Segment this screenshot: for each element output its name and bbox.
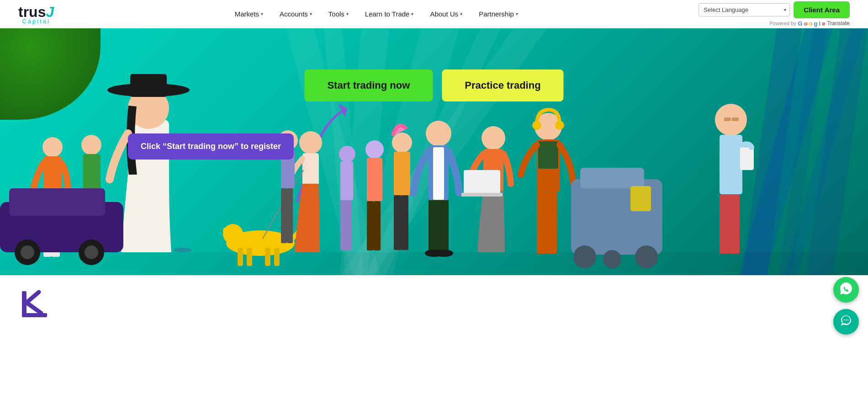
practice-trading-button[interactable]: Practice trading xyxy=(442,69,563,101)
footer-logo[interactable] xyxy=(18,287,50,319)
nav-partnership[interactable]: Partnership ▾ xyxy=(471,0,526,28)
svg-rect-72 xyxy=(740,147,754,170)
svg-rect-33 xyxy=(287,188,293,243)
svg-point-34 xyxy=(339,146,355,162)
svg-point-57 xyxy=(555,121,564,130)
svg-point-1 xyxy=(174,248,192,252)
svg-point-6 xyxy=(42,137,63,157)
svg-rect-59 xyxy=(538,141,558,169)
svg-rect-81 xyxy=(22,313,47,317)
svg-point-38 xyxy=(365,140,384,159)
chevron-down-icon: ▾ xyxy=(346,11,349,16)
svg-point-10 xyxy=(81,135,101,155)
hero-section: Start trading now Practice trading Click… xyxy=(0,28,868,275)
svg-rect-5 xyxy=(130,74,167,97)
svg-line-80 xyxy=(26,303,41,313)
footer-logo-icon xyxy=(18,287,50,319)
svg-rect-37 xyxy=(346,200,351,250)
start-trading-button[interactable]: Start trading now xyxy=(304,69,433,101)
nav-about-us[interactable]: About Us ▾ xyxy=(422,0,471,28)
language-select[interactable]: Select Language xyxy=(699,3,790,16)
svg-point-51 xyxy=(482,126,505,150)
svg-rect-54 xyxy=(461,193,503,197)
whatsapp-button[interactable] xyxy=(833,277,859,303)
svg-point-83 xyxy=(846,319,847,320)
svg-rect-70 xyxy=(720,194,730,254)
svg-rect-73 xyxy=(724,117,731,121)
svg-rect-48 xyxy=(433,147,444,200)
svg-rect-26 xyxy=(265,248,270,266)
svg-rect-64 xyxy=(630,186,651,211)
chat-icon xyxy=(840,314,852,329)
svg-rect-61 xyxy=(547,192,557,254)
svg-rect-45 xyxy=(401,195,408,250)
footer-strip xyxy=(0,275,868,330)
svg-rect-41 xyxy=(374,201,381,250)
svg-point-50 xyxy=(435,250,453,257)
whatsapp-icon xyxy=(839,282,853,298)
logo[interactable]: trus J Capital xyxy=(18,4,54,25)
logo-capital: Capital xyxy=(22,18,50,25)
svg-rect-71 xyxy=(730,194,740,254)
svg-marker-20 xyxy=(338,104,347,117)
svg-rect-43 xyxy=(394,152,410,195)
svg-rect-69 xyxy=(720,135,742,194)
svg-rect-35 xyxy=(340,161,353,200)
svg-line-79 xyxy=(26,292,39,303)
svg-point-82 xyxy=(844,319,845,320)
chevron-down-icon: ▾ xyxy=(310,11,312,16)
svg-point-22 xyxy=(223,224,243,244)
svg-point-23 xyxy=(223,227,234,234)
hero-tooltip: Click “Start trading now” to register xyxy=(128,133,294,160)
chevron-down-icon: ▾ xyxy=(411,11,413,16)
svg-rect-24 xyxy=(238,248,243,266)
svg-rect-74 xyxy=(732,117,739,121)
svg-point-84 xyxy=(847,319,848,320)
client-area-button[interactable]: Client Area xyxy=(794,1,850,18)
svg-rect-27 xyxy=(274,248,280,266)
svg-rect-63 xyxy=(580,168,644,188)
svg-rect-44 xyxy=(394,195,401,250)
svg-point-66 xyxy=(603,250,621,268)
svg-point-65 xyxy=(573,245,596,268)
chevron-down-icon: ▾ xyxy=(516,11,518,16)
nav-learn-to-trade[interactable]: Learn to Trade ▾ xyxy=(357,0,422,28)
svg-rect-53 xyxy=(464,170,500,195)
powered-by-text: Powered by xyxy=(769,21,796,26)
svg-point-46 xyxy=(426,121,451,146)
chevron-down-icon: ▾ xyxy=(261,11,263,16)
main-nav: Markets ▾ Accounts ▾ Tools ▾ Learn to Tr… xyxy=(227,0,526,28)
svg-rect-32 xyxy=(281,188,287,243)
nav-accounts[interactable]: Accounts ▾ xyxy=(271,0,320,28)
svg-rect-25 xyxy=(247,248,252,266)
google-translate-badge: Google xyxy=(798,20,826,27)
svg-rect-36 xyxy=(340,200,346,250)
nav-markets[interactable]: Markets ▾ xyxy=(227,0,271,28)
svg-point-28 xyxy=(299,131,322,154)
svg-rect-39 xyxy=(367,158,382,201)
header-right: Select Language ▾ Client Area Powered by… xyxy=(699,1,850,27)
chevron-down-icon: ▾ xyxy=(460,11,462,16)
svg-rect-60 xyxy=(537,192,547,254)
translate-label: Translate xyxy=(827,20,850,27)
nav-tools[interactable]: Tools ▾ xyxy=(320,0,357,28)
svg-rect-40 xyxy=(367,201,374,250)
svg-point-67 xyxy=(635,245,658,268)
svg-point-19 xyxy=(85,245,98,259)
svg-rect-15 xyxy=(9,188,105,216)
hero-buttons: Start trading now Practice trading xyxy=(304,69,563,101)
header: trus J Capital Markets ▾ Accounts ▾ Tool… xyxy=(0,0,868,28)
svg-point-17 xyxy=(21,245,34,259)
svg-point-56 xyxy=(532,121,541,130)
powered-by-row: Powered by Google Translate xyxy=(769,20,850,27)
svg-point-42 xyxy=(392,133,412,153)
